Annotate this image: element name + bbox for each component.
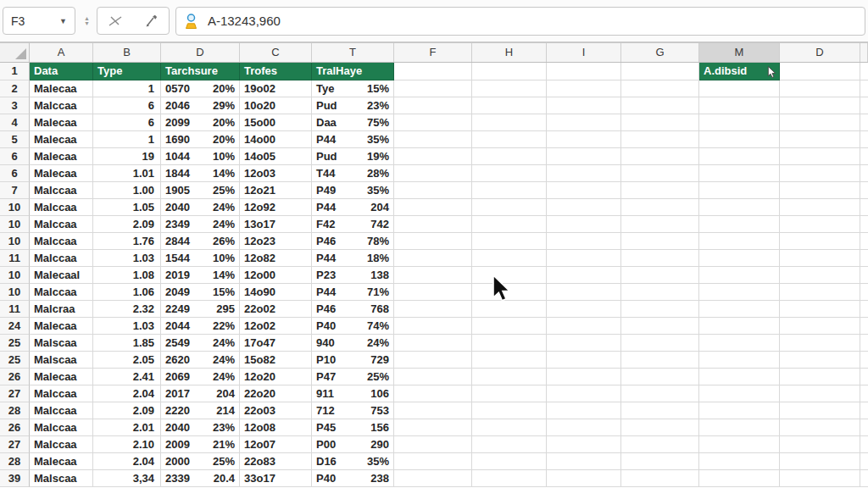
cell-empty[interactable] — [547, 352, 621, 369]
cell-data-name[interactable]: Malccaa — [30, 97, 93, 114]
cell-empty[interactable] — [780, 97, 860, 114]
cell-data-name[interactable]: Malecaa — [30, 114, 93, 131]
cell-tarchsure-value[interactable]: 2009 21% — [161, 436, 240, 453]
cell-type-value[interactable]: 2.09 — [93, 216, 161, 233]
column-header-D-10[interactable]: D — [780, 43, 860, 62]
cell-empty[interactable] — [621, 436, 699, 453]
cell-empty[interactable] — [621, 131, 699, 148]
cell-empty[interactable] — [621, 80, 699, 97]
cell-tralhaye-value[interactable]: Pud 23% — [312, 97, 394, 114]
cell-trofes-value[interactable]: 12o82 — [240, 250, 312, 267]
cell-trofes-value[interactable]: 12o03 — [240, 165, 312, 182]
cell-empty[interactable] — [394, 301, 472, 318]
cell-data-name[interactable]: Malccaa — [30, 419, 93, 436]
header-cell-tralhaye[interactable]: TralHaye — [312, 63, 394, 80]
cell-empty[interactable] — [699, 199, 780, 216]
cell-empty[interactable] — [780, 369, 860, 385]
cell-data-name[interactable]: Malcraa — [30, 301, 93, 318]
column-header-M-9[interactable]: M — [699, 43, 780, 62]
cell-empty[interactable] — [547, 267, 621, 284]
cell-tralhaye-value[interactable]: P44 204 — [312, 199, 394, 216]
cell-empty[interactable] — [547, 402, 621, 419]
cell-empty[interactable] — [699, 402, 780, 419]
cell-empty[interactable] — [547, 284, 621, 301]
cell-empty[interactable] — [394, 402, 472, 419]
cell-empty[interactable] — [699, 267, 780, 284]
cell-data-name[interactable]: Malccaa — [30, 436, 93, 453]
cell-empty[interactable] — [394, 335, 472, 352]
cell-tarchsure-value[interactable]: 2220 214 — [161, 402, 240, 419]
cell-empty[interactable] — [547, 453, 621, 470]
cell-empty[interactable] — [621, 385, 699, 402]
row-number[interactable]: 10 — [0, 267, 30, 284]
row-number[interactable]: 10 — [0, 216, 30, 233]
cell-empty[interactable] — [780, 453, 860, 470]
cell-tarchsure-value[interactable]: 2549 24% — [161, 335, 240, 352]
cell-empty[interactable] — [780, 114, 860, 131]
cell-empty[interactable] — [472, 385, 547, 402]
cell-trofes-value[interactable]: 15o82 — [240, 352, 312, 369]
cell-type-value[interactable]: 2.01 — [93, 419, 161, 436]
cell-tralhaye-value[interactable]: Tye 15% — [312, 80, 394, 97]
cell-empty[interactable] — [472, 148, 547, 165]
cell-data-name[interactable]: Malecaa — [30, 131, 93, 148]
column-header-D-2[interactable]: D — [161, 43, 240, 62]
cell-empty[interactable] — [780, 402, 860, 419]
cell-empty[interactable] — [472, 436, 547, 453]
cell-tarchsure-value[interactable]: 2044 22% — [161, 318, 240, 335]
cell-type-value[interactable]: 1.00 — [93, 182, 161, 199]
row-number[interactable]: 26 — [0, 369, 30, 385]
cell-empty[interactable] — [621, 97, 699, 114]
cell-type-value[interactable]: 1.76 — [93, 233, 161, 250]
cell-empty[interactable] — [394, 199, 472, 216]
cell-empty[interactable] — [394, 385, 472, 402]
cell-empty[interactable] — [472, 453, 547, 470]
cell-empty[interactable] — [780, 216, 860, 233]
cell-tralhaye-value[interactable]: P49 35% — [312, 182, 394, 199]
cell-empty[interactable] — [394, 318, 472, 335]
row-number[interactable]: 7 — [0, 182, 30, 199]
row-number[interactable]: 28 — [0, 453, 30, 470]
cell-empty[interactable] — [780, 233, 860, 250]
cell-empty[interactable] — [621, 233, 699, 250]
cell-type-value[interactable]: 1.03 — [93, 250, 161, 267]
cell-data-name[interactable]: Malccaa — [30, 199, 93, 216]
cell-empty[interactable] — [472, 470, 547, 487]
cell-tralhaye-value[interactable]: P44 18% — [312, 250, 394, 267]
cell-empty[interactable] — [547, 182, 621, 199]
cell-tarchsure-value[interactable]: 2339 20.4 — [161, 470, 240, 487]
cell-empty[interactable] — [547, 131, 621, 148]
cell-data-name[interactable]: Malscaa — [30, 470, 93, 487]
cell-empty[interactable] — [780, 148, 860, 165]
cell-trofes-value[interactable]: 33o17 — [240, 470, 312, 487]
row-number[interactable]: 28 — [0, 402, 30, 419]
cell-tralhaye-value[interactable]: P00 290 — [312, 436, 394, 453]
cell-empty[interactable] — [780, 284, 860, 301]
cell-empty[interactable] — [621, 301, 699, 318]
cell-tarchsure-value[interactable]: 2040 24% — [161, 199, 240, 216]
cell-tarchsure-value[interactable]: 2349 24% — [161, 216, 240, 233]
cell-empty[interactable] — [699, 165, 780, 182]
cell-empty[interactable] — [621, 165, 699, 182]
column-header-C-3[interactable]: C — [240, 43, 312, 62]
cell-empty[interactable] — [780, 267, 860, 284]
column-header-I-7[interactable]: I — [547, 43, 621, 62]
header-cell-type[interactable]: Type — [93, 63, 161, 80]
row-number[interactable]: 26 — [0, 419, 30, 436]
cell-tralhaye-value[interactable]: P40 238 — [312, 470, 394, 487]
cell-empty[interactable] — [699, 318, 780, 335]
cell-empty[interactable] — [621, 199, 699, 216]
cell-empty[interactable] — [699, 233, 780, 250]
cell-data-name[interactable]: Malecaa — [30, 148, 93, 165]
cell-data-name[interactable]: Malecaa — [30, 165, 93, 182]
cell-empty[interactable] — [394, 352, 472, 369]
cell-empty[interactable] — [547, 470, 621, 487]
cell-tarchsure-value[interactable]: 2620 24% — [161, 352, 240, 369]
cell-data-name[interactable]: Malccaa — [30, 182, 93, 199]
cell-tarchsure-value[interactable]: 2249 295 — [161, 301, 240, 318]
cell-data-name[interactable]: Malscaa — [30, 352, 93, 369]
cell-tarchsure-value[interactable]: 1544 10% — [161, 250, 240, 267]
cell-empty[interactable] — [699, 250, 780, 267]
cell-tarchsure-value[interactable]: 2000 25% — [161, 453, 240, 470]
cell-type-value[interactable]: 6 — [93, 97, 161, 114]
